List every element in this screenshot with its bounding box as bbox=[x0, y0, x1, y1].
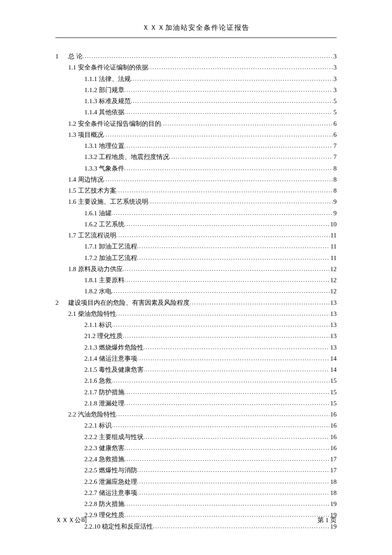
toc-entry: 2.1.4 储运注意事项14 bbox=[55, 353, 337, 364]
toc-entry-title: 2.2.3 健康危害 bbox=[84, 442, 124, 454]
toc-entry-page: 6 bbox=[333, 129, 337, 140]
toc-entry: 1总 论3 bbox=[55, 51, 337, 62]
toc-entry-title: 1.6.2 工艺系统 bbox=[84, 219, 124, 230]
toc-entry-page: 13 bbox=[329, 330, 337, 341]
toc-leader-dots bbox=[116, 231, 330, 240]
toc-entry-title: 1.7 工艺流程说明 bbox=[68, 230, 116, 241]
toc-entry-page: 13 bbox=[329, 342, 337, 353]
toc-entry: 1.8.1 主要原料12 bbox=[55, 275, 337, 286]
toc-entry: 1.8.2 水电12 bbox=[55, 286, 337, 297]
toc-leader-dots bbox=[116, 309, 330, 319]
toc-entry-page: 13 bbox=[329, 308, 337, 319]
toc-chapter-number: 1 bbox=[55, 51, 68, 62]
toc-entry-title: 1.7.1 卸油工艺流程 bbox=[84, 241, 137, 252]
toc-leader-dots bbox=[137, 242, 330, 251]
toc-entry-title: 1.1 安全条件论证编制的依据 bbox=[68, 62, 148, 73]
toc-entry-page: 5 bbox=[333, 95, 337, 107]
toc-leader-dots bbox=[190, 298, 329, 308]
toc-entry-page: 16 bbox=[329, 420, 337, 431]
toc-leader-dots bbox=[112, 421, 329, 431]
toc-leader-dots bbox=[124, 399, 329, 408]
toc-entry: 1.1.1 法律、法规3 bbox=[55, 73, 337, 84]
toc-entry: 2.1.6 急救15 bbox=[55, 375, 337, 386]
toc-entry-page: 5 bbox=[333, 107, 337, 118]
toc-entry-title: 建设项目内在的危险、有害因素及风险程度 bbox=[68, 297, 190, 308]
toc-entry-page: 15 bbox=[329, 375, 337, 386]
toc-entry-title: 1.8.1 主要原料 bbox=[84, 275, 124, 286]
toc-entry-title: 1.3.3 气象条件 bbox=[84, 163, 124, 174]
toc-entry-page: 16 bbox=[329, 431, 337, 442]
toc-entry: 1.6 主要设施、工艺系统说明9 bbox=[55, 196, 337, 207]
toc-entry-page: 16 bbox=[329, 442, 337, 454]
toc-leader-dots bbox=[112, 208, 333, 218]
toc-entry-title: 2.2.6 泄漏应急处理 bbox=[84, 476, 137, 487]
toc-entry-title: 2.1 柴油危险特性 bbox=[68, 308, 116, 319]
toc-entry-page: 15 bbox=[329, 398, 337, 409]
toc-entry: 1.3 项目概况6 bbox=[55, 129, 337, 140]
toc-entry-page: 11 bbox=[330, 230, 337, 241]
toc-entry-title: 21.2 理化性质 bbox=[84, 330, 123, 341]
toc-entry: 1.4 周边情况8 bbox=[55, 174, 337, 185]
toc-leader-dots bbox=[144, 365, 329, 375]
toc-entry: 1.7.2 加油工艺流程11 bbox=[55, 252, 337, 263]
toc-entry: 1.1.2 部门规章3 bbox=[55, 84, 337, 95]
toc-entry-title: 2.1.4 储运注意事项 bbox=[84, 353, 137, 364]
toc-entry: 1.3.1 地理位置7 bbox=[55, 140, 337, 151]
page-title: ＸＸＸ加油站安全条件论证报告 bbox=[55, 23, 337, 32]
toc-leader-dots bbox=[161, 119, 333, 129]
toc-leader-dots bbox=[131, 74, 333, 84]
toc-entry-title: 1.5 工艺技术方案 bbox=[68, 185, 116, 196]
toc-entry: 2.2.1 标识16 bbox=[55, 420, 337, 431]
toc-entry-title: 1.3.1 地理位置 bbox=[84, 140, 124, 151]
toc-leader-dots bbox=[116, 410, 330, 419]
toc-entry: 2.2.3 健康危害16 bbox=[55, 442, 337, 454]
toc-entry-page: 12 bbox=[329, 263, 337, 275]
toc-entry-title: 2.2.4 急救措施 bbox=[84, 454, 124, 465]
toc-entry-page: 11 bbox=[330, 252, 337, 263]
toc-entry-page: 3 bbox=[333, 84, 337, 95]
toc-entry: 1.5 工艺技术方案8 bbox=[55, 185, 337, 196]
footer-company: ＸＸＸ公司 bbox=[55, 516, 87, 524]
toc-leader-dots bbox=[124, 454, 329, 464]
toc-entry: 1.3.2 工程地质、地震烈度情况7 bbox=[55, 151, 337, 162]
toc-entry-page: 7 bbox=[333, 140, 337, 151]
toc-leader-dots bbox=[112, 376, 329, 386]
toc-entry: 2.1 柴油危险特性13 bbox=[55, 308, 337, 319]
toc-entry-title: 2.2 汽油危险特性 bbox=[68, 409, 116, 420]
toc-entry-page: 19 bbox=[329, 498, 337, 509]
toc-entry-title: 2.2.5 燃爆性与消防 bbox=[84, 465, 137, 476]
toc-entry-page: 8 bbox=[333, 163, 337, 174]
toc-entry: 1.7.1 卸油工艺流程11 bbox=[55, 241, 337, 252]
toc-leader-dots bbox=[148, 197, 333, 207]
toc-entry: 1.1.3 标准及规范5 bbox=[55, 95, 337, 107]
toc-entry-title: 1.1.2 部门规章 bbox=[84, 84, 124, 95]
toc-entry: 1.3.3 气象条件8 bbox=[55, 163, 337, 174]
toc-leader-dots bbox=[148, 63, 333, 72]
toc-entry-title: 1.8.2 水电 bbox=[84, 286, 112, 297]
toc-entry-page: 3 bbox=[333, 73, 337, 84]
toc-leader-dots bbox=[124, 85, 333, 95]
toc-entry-page: 14 bbox=[329, 364, 337, 375]
toc-entry-title: 2.1.5 毒性及健康危害 bbox=[84, 364, 144, 375]
table-of-contents: 1总 论31.1 安全条件论证编制的依据31.1.1 法律、法规31.1.2 部… bbox=[55, 51, 337, 532]
toc-entry-title: 2.1.7 防护措施 bbox=[84, 387, 124, 398]
toc-entry-page: 3 bbox=[333, 51, 337, 62]
toc-leader-dots bbox=[116, 186, 333, 196]
toc-entry-page: 6 bbox=[333, 118, 337, 129]
toc-entry-title: 总 论 bbox=[68, 51, 83, 62]
toc-entry: 2.1.1 标识13 bbox=[55, 319, 337, 330]
toc-entry: 2.2.7 储运注意事项18 bbox=[55, 487, 337, 498]
toc-entry-page: 15 bbox=[329, 387, 337, 398]
toc-entry-title: 1.3 项目概况 bbox=[68, 129, 104, 140]
header-divider bbox=[55, 38, 337, 38]
toc-entry: 2.2.8 防火措施19 bbox=[55, 498, 337, 509]
toc-leader-dots bbox=[137, 354, 329, 364]
toc-leader-dots bbox=[124, 387, 329, 397]
toc-leader-dots bbox=[104, 130, 333, 140]
toc-entry-page: 14 bbox=[329, 353, 337, 364]
toc-entry-page: 8 bbox=[333, 185, 337, 196]
toc-leader-dots bbox=[124, 499, 329, 509]
toc-entry: 1.1 安全条件论证编制的依据3 bbox=[55, 62, 337, 73]
toc-entry: 2.2.6 泄漏应急处理18 bbox=[55, 476, 337, 487]
toc-entry: 1.8 原料及动力供应12 bbox=[55, 263, 337, 275]
